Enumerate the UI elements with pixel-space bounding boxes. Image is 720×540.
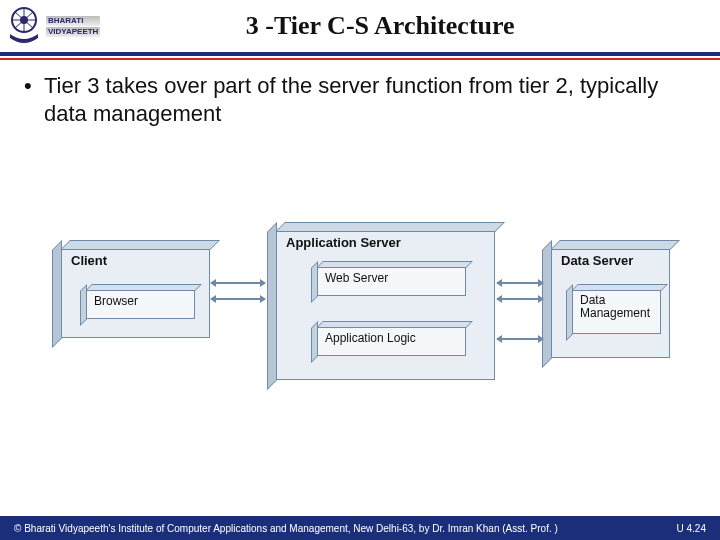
connector-client-app-1 — [216, 282, 260, 284]
client-tier-title: Client — [71, 253, 107, 268]
web-server-label: Web Server — [317, 267, 465, 285]
connector-app-data-3 — [502, 338, 538, 340]
slide-title: 3 -Tier C-S Architecture — [100, 11, 720, 41]
footer-pageref: U 4.24 — [677, 523, 706, 534]
emblem-icon — [4, 4, 44, 48]
institution-logo: BHARATI VIDYAPEETH — [0, 4, 100, 48]
client-tier: Client Browser — [60, 248, 210, 338]
connector-app-data-1 — [502, 282, 538, 284]
logo-text-bottom: VIDYAPEETH — [46, 27, 100, 37]
logo-text-top: BHARATI — [46, 16, 100, 26]
data-mgmt-label: Data Management — [572, 290, 660, 320]
data-tier-title: Data Server — [561, 253, 633, 268]
slide-footer: © Bharati Vidyapeeth's Institute of Comp… — [0, 516, 720, 540]
app-tier-title: Application Server — [286, 235, 401, 250]
slide-header: BHARATI VIDYAPEETH 3 -Tier C-S Architect… — [0, 0, 720, 56]
app-tier: Application Server Web Server Applicatio… — [275, 230, 495, 380]
data-mgmt-box: Data Management — [571, 289, 661, 334]
svg-point-5 — [20, 16, 28, 24]
logo-text: BHARATI VIDYAPEETH — [46, 16, 100, 37]
slide-body: • Tier 3 takes over part of the server f… — [0, 56, 720, 127]
bullet-item: • Tier 3 takes over part of the server f… — [24, 72, 696, 127]
web-server-box: Web Server — [316, 266, 466, 296]
connector-client-app-2 — [216, 298, 260, 300]
data-tier: Data Server Data Management — [550, 248, 670, 358]
app-logic-label: Application Logic — [317, 327, 465, 345]
footer-copyright: © Bharati Vidyapeeth's Institute of Comp… — [14, 523, 558, 534]
client-browser-label: Browser — [86, 290, 194, 308]
bullet-marker: • — [24, 72, 44, 127]
bullet-text: Tier 3 takes over part of the server fun… — [44, 72, 696, 127]
connector-app-data-2 — [502, 298, 538, 300]
architecture-diagram: Client Browser Application Server Web Se… — [40, 230, 680, 450]
app-logic-box: Application Logic — [316, 326, 466, 356]
client-browser-box: Browser — [85, 289, 195, 319]
